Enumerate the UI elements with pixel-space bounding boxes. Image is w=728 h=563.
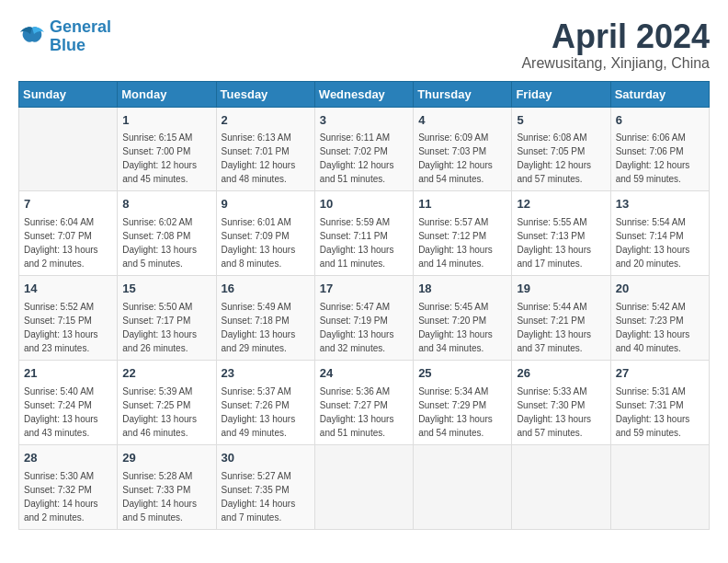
logo-icon [18,23,46,51]
day-info: Sunrise: 5:50 AM Sunset: 7:17 PM Dayligh… [122,300,210,355]
day-number: 11 [418,196,506,213]
day-info: Sunrise: 6:08 AM Sunset: 7:05 PM Dayligh… [517,131,605,186]
page-header: General Blue April 2024 Arewusitang, Xin… [18,18,710,72]
calendar-table: SundayMondayTuesdayWednesdayThursdayFrid… [18,81,710,530]
day-info: Sunrise: 6:06 AM Sunset: 7:06 PM Dayligh… [616,131,704,186]
day-cell: 17Sunrise: 5:47 AM Sunset: 7:19 PM Dayli… [314,276,413,361]
day-info: Sunrise: 5:54 AM Sunset: 7:14 PM Dayligh… [616,215,704,270]
day-info: Sunrise: 6:15 AM Sunset: 7:00 PM Dayligh… [122,131,210,186]
day-cell: 7Sunrise: 6:04 AM Sunset: 7:07 PM Daylig… [19,191,118,276]
day-info: Sunrise: 6:13 AM Sunset: 7:01 PM Dayligh… [222,131,310,186]
title-block: April 2024 Arewusitang, Xinjiang, China [521,18,710,72]
day-cell: 23Sunrise: 5:37 AM Sunset: 7:26 PM Dayli… [216,361,314,445]
day-number: 9 [222,196,310,213]
calendar-body: 1Sunrise: 6:15 AM Sunset: 7:00 PM Daylig… [19,107,710,529]
day-number: 21 [24,365,112,383]
day-cell: 13Sunrise: 5:54 AM Sunset: 7:14 PM Dayli… [610,191,709,276]
day-number: 12 [517,196,605,213]
day-cell: 26Sunrise: 5:33 AM Sunset: 7:30 PM Dayli… [512,361,610,445]
day-number: 28 [24,450,112,467]
day-cell: 12Sunrise: 5:55 AM Sunset: 7:13 PM Dayli… [512,191,610,276]
day-info: Sunrise: 5:30 AM Sunset: 7:32 PM Dayligh… [24,469,112,524]
day-cell [314,444,413,529]
day-info: Sunrise: 5:47 AM Sunset: 7:19 PM Dayligh… [320,300,408,355]
day-info: Sunrise: 5:37 AM Sunset: 7:26 PM Dayligh… [222,385,310,440]
day-number: 3 [320,112,408,130]
day-number: 24 [320,365,408,383]
day-info: Sunrise: 5:57 AM Sunset: 7:12 PM Dayligh… [418,215,506,270]
day-info: Sunrise: 6:02 AM Sunset: 7:08 PM Dayligh… [122,215,210,270]
logo: General Blue [18,18,111,55]
day-number: 10 [320,196,408,213]
header-friday: Friday [512,81,610,107]
day-number: 4 [418,112,506,130]
day-cell: 4Sunrise: 6:09 AM Sunset: 7:03 PM Daylig… [414,107,512,191]
day-number: 29 [122,450,210,467]
day-cell: 2Sunrise: 6:13 AM Sunset: 7:01 PM Daylig… [216,107,314,191]
day-number: 27 [616,365,704,383]
header-wednesday: Wednesday [314,81,413,107]
day-info: Sunrise: 6:01 AM Sunset: 7:09 PM Dayligh… [222,215,310,270]
day-info: Sunrise: 5:44 AM Sunset: 7:21 PM Dayligh… [517,300,605,355]
day-number: 15 [122,281,210,298]
day-number: 30 [222,450,310,467]
day-cell: 29Sunrise: 5:28 AM Sunset: 7:33 PM Dayli… [118,444,216,529]
day-cell [512,444,610,529]
day-number: 20 [616,281,704,298]
day-number: 5 [517,112,605,130]
day-info: Sunrise: 5:45 AM Sunset: 7:20 PM Dayligh… [418,300,506,355]
day-cell: 6Sunrise: 6:06 AM Sunset: 7:06 PM Daylig… [610,107,709,191]
day-info: Sunrise: 5:55 AM Sunset: 7:13 PM Dayligh… [517,215,605,270]
day-cell: 20Sunrise: 5:42 AM Sunset: 7:23 PM Dayli… [610,276,709,361]
day-info: Sunrise: 5:34 AM Sunset: 7:29 PM Dayligh… [418,385,506,440]
day-cell: 25Sunrise: 5:34 AM Sunset: 7:29 PM Dayli… [414,361,512,445]
day-number: 6 [616,112,704,130]
day-cell: 28Sunrise: 5:30 AM Sunset: 7:32 PM Dayli… [19,444,118,529]
day-number: 1 [122,112,210,130]
day-cell: 9Sunrise: 6:01 AM Sunset: 7:09 PM Daylig… [216,191,314,276]
day-number: 18 [418,281,506,298]
day-info: Sunrise: 5:31 AM Sunset: 7:31 PM Dayligh… [616,385,704,440]
day-cell: 8Sunrise: 6:02 AM Sunset: 7:08 PM Daylig… [118,191,216,276]
day-number: 26 [517,365,605,383]
header-monday: Monday [118,81,216,107]
day-info: Sunrise: 6:09 AM Sunset: 7:03 PM Dayligh… [418,131,506,186]
day-cell: 16Sunrise: 5:49 AM Sunset: 7:18 PM Dayli… [216,276,314,361]
day-cell [19,107,118,191]
week-row-1: 1Sunrise: 6:15 AM Sunset: 7:00 PM Daylig… [19,107,710,191]
day-number: 22 [122,365,210,383]
day-number: 8 [122,196,210,213]
day-info: Sunrise: 5:39 AM Sunset: 7:25 PM Dayligh… [122,385,210,440]
week-row-5: 28Sunrise: 5:30 AM Sunset: 7:32 PM Dayli… [19,444,710,529]
day-info: Sunrise: 5:42 AM Sunset: 7:23 PM Dayligh… [616,300,704,355]
day-info: Sunrise: 5:36 AM Sunset: 7:27 PM Dayligh… [320,385,408,440]
day-cell [610,444,709,529]
header-tuesday: Tuesday [216,81,314,107]
day-cell: 21Sunrise: 5:40 AM Sunset: 7:24 PM Dayli… [19,361,118,445]
day-number: 19 [517,281,605,298]
day-number: 13 [616,196,704,213]
logo-text: General Blue [50,18,111,55]
day-cell: 5Sunrise: 6:08 AM Sunset: 7:05 PM Daylig… [512,107,610,191]
day-info: Sunrise: 5:27 AM Sunset: 7:35 PM Dayligh… [222,469,310,524]
day-number: 7 [24,196,112,213]
day-cell: 22Sunrise: 5:39 AM Sunset: 7:25 PM Dayli… [118,361,216,445]
day-number: 14 [24,281,112,298]
day-number: 16 [222,281,310,298]
header-saturday: Saturday [610,81,709,107]
day-info: Sunrise: 5:59 AM Sunset: 7:11 PM Dayligh… [320,215,408,270]
day-cell: 27Sunrise: 5:31 AM Sunset: 7:31 PM Dayli… [610,361,709,445]
day-cell: 15Sunrise: 5:50 AM Sunset: 7:17 PM Dayli… [118,276,216,361]
header-sunday: Sunday [19,81,118,107]
day-info: Sunrise: 5:28 AM Sunset: 7:33 PM Dayligh… [122,469,210,524]
day-cell: 10Sunrise: 5:59 AM Sunset: 7:11 PM Dayli… [314,191,413,276]
day-info: Sunrise: 5:49 AM Sunset: 7:18 PM Dayligh… [222,300,310,355]
day-info: Sunrise: 6:11 AM Sunset: 7:02 PM Dayligh… [320,131,408,186]
day-number: 25 [418,365,506,383]
week-row-2: 7Sunrise: 6:04 AM Sunset: 7:07 PM Daylig… [19,191,710,276]
day-cell: 30Sunrise: 5:27 AM Sunset: 7:35 PM Dayli… [216,444,314,529]
month-title: April 2024 [521,18,710,55]
week-row-4: 21Sunrise: 5:40 AM Sunset: 7:24 PM Dayli… [19,361,710,445]
calendar-header: SundayMondayTuesdayWednesdayThursdayFrid… [19,81,710,107]
day-number: 23 [222,365,310,383]
